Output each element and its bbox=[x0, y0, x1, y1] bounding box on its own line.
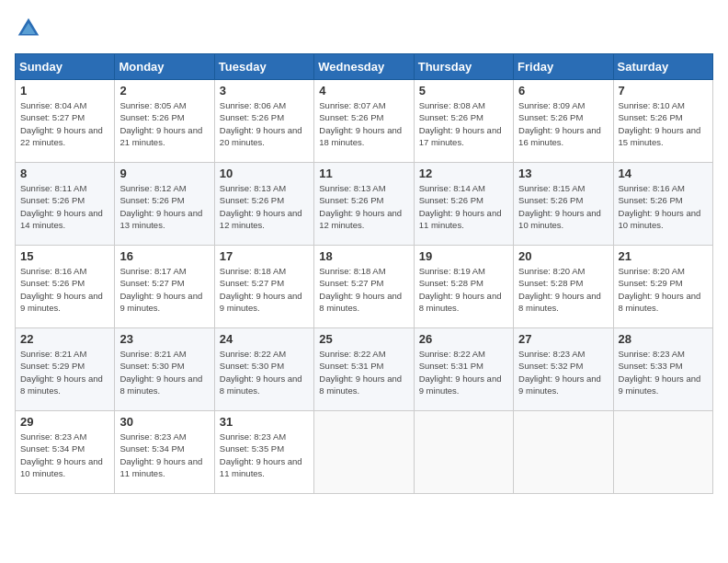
col-monday: Monday bbox=[115, 54, 214, 80]
cell-info: Sunrise: 8:05 AM Sunset: 5:26 PM Dayligh… bbox=[119, 100, 202, 147]
cell-info: Sunrise: 8:11 AM Sunset: 5:26 PM Dayligh… bbox=[20, 183, 103, 230]
cell-info: Sunrise: 8:07 AM Sunset: 5:26 PM Dayligh… bbox=[319, 100, 402, 147]
cell-info: Sunrise: 8:21 AM Sunset: 5:29 PM Dayligh… bbox=[20, 349, 103, 396]
calendar-cell: 15 Sunrise: 8:16 AM Sunset: 5:26 PM Dayl… bbox=[16, 246, 115, 328]
day-number: 26 bbox=[419, 332, 508, 346]
cell-info: Sunrise: 8:23 AM Sunset: 5:33 PM Dayligh… bbox=[619, 349, 701, 396]
calendar-header-row: Sunday Monday Tuesday Wednesday Thursday… bbox=[16, 54, 713, 80]
calendar-cell: 1 Sunrise: 8:04 AM Sunset: 5:27 PM Dayli… bbox=[16, 80, 115, 163]
day-number: 24 bbox=[220, 332, 309, 346]
calendar-week-row: 22 Sunrise: 8:21 AM Sunset: 5:29 PM Dayl… bbox=[16, 328, 713, 411]
cell-info: Sunrise: 8:23 AM Sunset: 5:34 PM Dayligh… bbox=[20, 431, 103, 478]
calendar-cell: 27 Sunrise: 8:23 AM Sunset: 5:32 PM Dayl… bbox=[514, 328, 613, 411]
calendar-cell: 19 Sunrise: 8:19 AM Sunset: 5:28 PM Dayl… bbox=[414, 246, 513, 328]
day-number: 5 bbox=[419, 84, 508, 98]
cell-info: Sunrise: 8:16 AM Sunset: 5:26 PM Dayligh… bbox=[619, 183, 701, 230]
calendar-week-row: 29 Sunrise: 8:23 AM Sunset: 5:34 PM Dayl… bbox=[16, 411, 713, 494]
cell-info: Sunrise: 8:22 AM Sunset: 5:31 PM Dayligh… bbox=[319, 349, 402, 396]
calendar-cell: 24 Sunrise: 8:22 AM Sunset: 5:30 PM Dayl… bbox=[214, 328, 313, 411]
cell-info: Sunrise: 8:23 AM Sunset: 5:34 PM Dayligh… bbox=[119, 431, 202, 478]
day-number: 22 bbox=[20, 332, 109, 346]
calendar-week-row: 15 Sunrise: 8:16 AM Sunset: 5:26 PM Dayl… bbox=[16, 246, 713, 328]
day-number: 16 bbox=[119, 249, 209, 263]
cell-info: Sunrise: 8:18 AM Sunset: 5:27 PM Dayligh… bbox=[319, 266, 402, 313]
day-number: 7 bbox=[619, 84, 708, 98]
page-header bbox=[15, 15, 713, 42]
cell-info: Sunrise: 8:04 AM Sunset: 5:27 PM Dayligh… bbox=[20, 100, 103, 147]
day-number: 11 bbox=[319, 167, 408, 180]
cell-info: Sunrise: 8:21 AM Sunset: 5:30 PM Dayligh… bbox=[119, 349, 202, 396]
calendar-cell: 26 Sunrise: 8:22 AM Sunset: 5:31 PM Dayl… bbox=[414, 328, 513, 411]
day-number: 17 bbox=[220, 249, 309, 263]
col-wednesday: Wednesday bbox=[314, 54, 414, 80]
cell-info: Sunrise: 8:10 AM Sunset: 5:26 PM Dayligh… bbox=[619, 100, 701, 147]
cell-info: Sunrise: 8:17 AM Sunset: 5:27 PM Dayligh… bbox=[119, 266, 202, 313]
calendar-cell bbox=[414, 411, 513, 494]
day-number: 2 bbox=[119, 84, 209, 98]
calendar-cell: 30 Sunrise: 8:23 AM Sunset: 5:34 PM Dayl… bbox=[115, 411, 214, 494]
calendar-cell: 6 Sunrise: 8:09 AM Sunset: 5:26 PM Dayli… bbox=[514, 80, 613, 163]
day-number: 29 bbox=[20, 415, 109, 429]
cell-info: Sunrise: 8:06 AM Sunset: 5:26 PM Dayligh… bbox=[220, 100, 302, 147]
calendar-cell: 18 Sunrise: 8:18 AM Sunset: 5:27 PM Dayl… bbox=[314, 246, 414, 328]
day-number: 18 bbox=[319, 249, 408, 263]
calendar-cell: 5 Sunrise: 8:08 AM Sunset: 5:26 PM Dayli… bbox=[414, 80, 513, 163]
col-saturday: Saturday bbox=[613, 54, 712, 80]
calendar-cell: 29 Sunrise: 8:23 AM Sunset: 5:34 PM Dayl… bbox=[16, 411, 115, 494]
day-number: 23 bbox=[119, 332, 209, 346]
day-number: 6 bbox=[518, 84, 608, 98]
calendar-cell: 12 Sunrise: 8:14 AM Sunset: 5:26 PM Dayl… bbox=[414, 163, 513, 246]
day-number: 8 bbox=[20, 167, 109, 180]
day-number: 30 bbox=[119, 415, 209, 429]
cell-info: Sunrise: 8:13 AM Sunset: 5:26 PM Dayligh… bbox=[319, 183, 402, 230]
day-number: 9 bbox=[119, 167, 209, 180]
col-tuesday: Tuesday bbox=[214, 54, 313, 80]
day-number: 12 bbox=[419, 167, 508, 180]
calendar-cell: 8 Sunrise: 8:11 AM Sunset: 5:26 PM Dayli… bbox=[16, 163, 115, 246]
calendar-week-row: 1 Sunrise: 8:04 AM Sunset: 5:27 PM Dayli… bbox=[16, 80, 713, 163]
col-thursday: Thursday bbox=[414, 54, 513, 80]
calendar-cell: 20 Sunrise: 8:20 AM Sunset: 5:28 PM Dayl… bbox=[514, 246, 613, 328]
cell-info: Sunrise: 8:22 AM Sunset: 5:31 PM Dayligh… bbox=[419, 349, 502, 396]
cell-info: Sunrise: 8:14 AM Sunset: 5:26 PM Dayligh… bbox=[419, 183, 502, 230]
cell-info: Sunrise: 8:23 AM Sunset: 5:35 PM Dayligh… bbox=[220, 431, 302, 478]
day-number: 13 bbox=[518, 167, 608, 180]
calendar-cell: 21 Sunrise: 8:20 AM Sunset: 5:29 PM Dayl… bbox=[613, 246, 712, 328]
col-sunday: Sunday bbox=[16, 54, 115, 80]
day-number: 4 bbox=[319, 84, 408, 98]
logo bbox=[15, 15, 46, 42]
day-number: 1 bbox=[20, 84, 109, 98]
cell-info: Sunrise: 8:13 AM Sunset: 5:26 PM Dayligh… bbox=[220, 183, 302, 230]
day-number: 25 bbox=[319, 332, 408, 346]
calendar-table: Sunday Monday Tuesday Wednesday Thursday… bbox=[15, 53, 713, 494]
calendar-cell bbox=[613, 411, 712, 494]
calendar-cell: 7 Sunrise: 8:10 AM Sunset: 5:26 PM Dayli… bbox=[613, 80, 712, 163]
cell-info: Sunrise: 8:20 AM Sunset: 5:28 PM Dayligh… bbox=[518, 266, 601, 313]
calendar-cell: 28 Sunrise: 8:23 AM Sunset: 5:33 PM Dayl… bbox=[613, 328, 712, 411]
day-number: 21 bbox=[619, 249, 708, 263]
day-number: 15 bbox=[20, 249, 109, 263]
cell-info: Sunrise: 8:15 AM Sunset: 5:26 PM Dayligh… bbox=[518, 183, 601, 230]
calendar-cell: 11 Sunrise: 8:13 AM Sunset: 5:26 PM Dayl… bbox=[314, 163, 414, 246]
day-number: 28 bbox=[619, 332, 708, 346]
day-number: 19 bbox=[419, 249, 508, 263]
logo-icon bbox=[15, 15, 42, 42]
cell-info: Sunrise: 8:23 AM Sunset: 5:32 PM Dayligh… bbox=[518, 349, 601, 396]
calendar-cell: 14 Sunrise: 8:16 AM Sunset: 5:26 PM Dayl… bbox=[613, 163, 712, 246]
day-number: 20 bbox=[518, 249, 608, 263]
day-number: 27 bbox=[518, 332, 608, 346]
day-number: 31 bbox=[220, 415, 309, 429]
cell-info: Sunrise: 8:19 AM Sunset: 5:28 PM Dayligh… bbox=[419, 266, 502, 313]
day-number: 14 bbox=[619, 167, 708, 180]
calendar-week-row: 8 Sunrise: 8:11 AM Sunset: 5:26 PM Dayli… bbox=[16, 163, 713, 246]
cell-info: Sunrise: 8:08 AM Sunset: 5:26 PM Dayligh… bbox=[419, 100, 502, 147]
calendar-cell: 13 Sunrise: 8:15 AM Sunset: 5:26 PM Dayl… bbox=[514, 163, 613, 246]
cell-info: Sunrise: 8:18 AM Sunset: 5:27 PM Dayligh… bbox=[220, 266, 302, 313]
cell-info: Sunrise: 8:22 AM Sunset: 5:30 PM Dayligh… bbox=[220, 349, 302, 396]
calendar-cell: 31 Sunrise: 8:23 AM Sunset: 5:35 PM Dayl… bbox=[214, 411, 313, 494]
calendar-cell: 4 Sunrise: 8:07 AM Sunset: 5:26 PM Dayli… bbox=[314, 80, 414, 163]
calendar-cell: 22 Sunrise: 8:21 AM Sunset: 5:29 PM Dayl… bbox=[16, 328, 115, 411]
calendar-cell: 17 Sunrise: 8:18 AM Sunset: 5:27 PM Dayl… bbox=[214, 246, 313, 328]
calendar-cell: 3 Sunrise: 8:06 AM Sunset: 5:26 PM Dayli… bbox=[214, 80, 313, 163]
col-friday: Friday bbox=[514, 54, 613, 80]
